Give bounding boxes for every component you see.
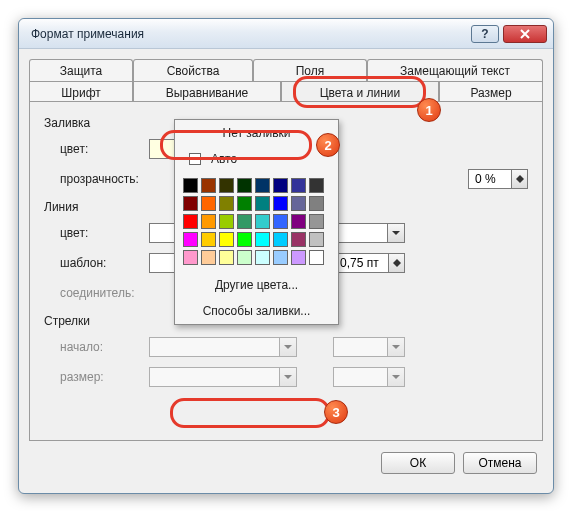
badge-2: 2 xyxy=(316,133,340,157)
color-swatch[interactable] xyxy=(237,196,252,211)
transparency-value: 0 % xyxy=(475,172,496,186)
label-pattern: шаблон: xyxy=(44,256,149,270)
tab-properties[interactable]: Свойства xyxy=(133,59,253,81)
tab-size[interactable]: Размер xyxy=(439,81,543,103)
label-line-color: цвет: xyxy=(44,226,149,240)
dialog-window: Формат примечания ? Защита Свойства Поля… xyxy=(18,18,554,494)
cancel-button[interactable]: Отмена xyxy=(463,452,537,474)
window-title: Формат примечания xyxy=(31,27,467,41)
auto-checkbox-icon xyxy=(189,153,201,165)
color-swatch[interactable] xyxy=(291,232,306,247)
color-swatch[interactable] xyxy=(309,250,324,265)
color-swatch[interactable] xyxy=(273,232,288,247)
color-swatch[interactable] xyxy=(309,214,324,229)
color-swatch[interactable] xyxy=(291,178,306,193)
color-swatch[interactable] xyxy=(201,232,216,247)
color-swatch[interactable] xyxy=(219,214,234,229)
tab-row-1: Защита Свойства Поля Замещающий текст xyxy=(29,59,543,81)
arrow-begin-combo xyxy=(149,337,297,357)
color-swatch[interactable] xyxy=(237,232,252,247)
color-swatch[interactable] xyxy=(273,214,288,229)
tab-align[interactable]: Выравнивание xyxy=(133,81,281,103)
close-icon xyxy=(520,29,530,39)
tab-margins[interactable]: Поля xyxy=(253,59,367,81)
color-swatch[interactable] xyxy=(273,250,288,265)
color-swatch[interactable] xyxy=(291,214,306,229)
color-swatch[interactable] xyxy=(201,196,216,211)
color-swatch[interactable] xyxy=(291,250,306,265)
color-swatch[interactable] xyxy=(255,196,270,211)
color-swatch[interactable] xyxy=(255,232,270,247)
color-swatch[interactable] xyxy=(291,196,306,211)
menu-fill-effects[interactable]: Способы заливки... xyxy=(175,298,338,324)
color-swatch[interactable] xyxy=(219,250,234,265)
color-swatch[interactable] xyxy=(309,178,324,193)
color-swatch[interactable] xyxy=(183,196,198,211)
badge-1: 1 xyxy=(417,98,441,122)
color-swatch[interactable] xyxy=(237,214,252,229)
tab-protection[interactable]: Защита xyxy=(29,59,133,81)
color-swatch[interactable] xyxy=(255,250,270,265)
label-arrow-size: размер: xyxy=(44,370,149,384)
color-swatch[interactable] xyxy=(183,214,198,229)
tab-alttext[interactable]: Замещающий текст xyxy=(367,59,543,81)
tab-font[interactable]: Шрифт xyxy=(29,81,133,103)
line-dash-combo[interactable] xyxy=(333,223,405,243)
help-button[interactable]: ? xyxy=(471,25,499,43)
transparency-spinner[interactable]: 0 % xyxy=(468,169,528,189)
label-transparency: прозрачность: xyxy=(44,172,149,186)
line-weight-value: 0,75 пт xyxy=(340,256,379,270)
color-swatch[interactable] xyxy=(183,178,198,193)
arrow-end-combo xyxy=(333,337,405,357)
color-swatch[interactable] xyxy=(309,196,324,211)
color-swatch[interactable] xyxy=(201,250,216,265)
color-swatch[interactable] xyxy=(201,178,216,193)
line-weight-spinner[interactable]: 0,75 пт xyxy=(333,253,405,273)
color-swatch[interactable] xyxy=(183,232,198,247)
color-swatch-grid xyxy=(175,172,338,272)
menu-auto-label: Авто xyxy=(211,152,237,166)
badge-3: 3 xyxy=(324,400,348,424)
menu-more-colors[interactable]: Другие цвета... xyxy=(175,272,338,298)
arrow-beginsize-combo xyxy=(149,367,297,387)
color-swatch[interactable] xyxy=(219,232,234,247)
dialog-footer: ОК Отмена xyxy=(29,445,543,481)
close-button[interactable] xyxy=(503,25,547,43)
menu-auto[interactable]: Авто xyxy=(175,146,338,172)
color-swatch[interactable] xyxy=(273,196,288,211)
titlebar: Формат примечания ? xyxy=(19,19,553,49)
color-swatch[interactable] xyxy=(273,178,288,193)
color-swatch[interactable] xyxy=(309,232,324,247)
color-swatch[interactable] xyxy=(219,178,234,193)
ok-button[interactable]: ОК xyxy=(381,452,455,474)
label-arrow-begin: начало: xyxy=(44,340,149,354)
color-dropdown-popup: Нет заливки Авто Другие цвета... Способы… xyxy=(174,119,339,325)
label-fill-color: цвет: xyxy=(44,142,149,156)
tab-colors-lines[interactable]: Цвета и линии xyxy=(281,81,439,103)
tab-strip: Защита Свойства Поля Замещающий текст Шр… xyxy=(29,59,543,103)
tab-row-2: Шрифт Выравнивание Цвета и линии Размер xyxy=(29,81,543,103)
menu-no-fill[interactable]: Нет заливки xyxy=(175,120,338,146)
color-swatch[interactable] xyxy=(255,214,270,229)
color-swatch[interactable] xyxy=(237,250,252,265)
color-swatch[interactable] xyxy=(255,178,270,193)
color-swatch[interactable] xyxy=(237,178,252,193)
arrow-endsize-combo xyxy=(333,367,405,387)
color-swatch[interactable] xyxy=(219,196,234,211)
color-swatch[interactable] xyxy=(183,250,198,265)
color-swatch[interactable] xyxy=(201,214,216,229)
label-connector: соединитель: xyxy=(44,286,149,300)
